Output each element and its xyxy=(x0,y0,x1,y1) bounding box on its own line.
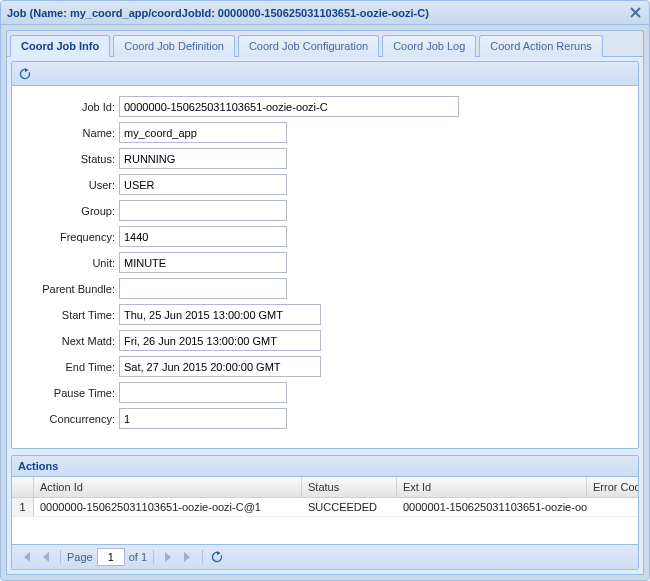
label-job-id: Job Id: xyxy=(24,101,119,113)
label-name: Name: xyxy=(24,127,119,139)
field-concurrency[interactable] xyxy=(119,408,287,429)
field-name[interactable] xyxy=(119,122,287,143)
label-frequency: Frequency: xyxy=(24,231,119,243)
field-group[interactable] xyxy=(119,200,287,221)
actions-grid: Action Id Status Ext Id Error Code 1 000… xyxy=(12,477,638,544)
next-page-icon[interactable] xyxy=(160,549,176,565)
label-pause-time: Pause Time: xyxy=(24,387,119,399)
field-parent-bundle[interactable] xyxy=(119,278,287,299)
page-of-label: of 1 xyxy=(129,551,147,563)
field-frequency[interactable] xyxy=(119,226,287,247)
first-page-icon[interactable] xyxy=(18,549,34,565)
field-pause-time[interactable] xyxy=(119,382,287,403)
separator xyxy=(202,550,203,564)
grid-body: 1 0000000-150625031103651-oozie-oozi-C@1… xyxy=(12,498,638,544)
form-body: Job Id: Name: Status: User: Group: Frequ… xyxy=(12,86,638,448)
separator xyxy=(153,550,154,564)
field-user[interactable] xyxy=(119,174,287,195)
col-status[interactable]: Status xyxy=(302,477,397,497)
paging-refresh-icon[interactable] xyxy=(209,549,225,565)
tabstrip: Coord Job Info Coord Job Definition Coor… xyxy=(6,30,644,56)
page-label: Page xyxy=(67,551,93,563)
field-job-id[interactable] xyxy=(119,96,459,117)
col-error-code[interactable]: Error Code xyxy=(587,477,638,497)
form-panel: Job Id: Name: Status: User: Group: Frequ… xyxy=(11,61,639,449)
tab-coord-job-definition[interactable]: Coord Job Definition xyxy=(113,35,235,57)
col-action-id[interactable]: Action Id xyxy=(34,477,302,497)
titlebar: Job (Name: my_coord_app/coordJobId: 0000… xyxy=(1,1,649,25)
grid-header: Action Id Status Ext Id Error Code xyxy=(12,477,638,498)
label-user: User: xyxy=(24,179,119,191)
table-row[interactable]: 1 0000000-150625031103651-oozie-oozi-C@1… xyxy=(12,498,638,517)
cell-ext-id: 0000001-150625031103651-oozie-oozi-W xyxy=(397,498,587,516)
close-icon[interactable] xyxy=(628,5,643,20)
tab-coord-job-info[interactable]: Coord Job Info xyxy=(10,35,110,57)
label-concurrency: Concurrency: xyxy=(24,413,119,425)
refresh-icon[interactable] xyxy=(17,66,33,82)
field-unit[interactable] xyxy=(119,252,287,273)
label-status: Status: xyxy=(24,153,119,165)
label-parent-bundle: Parent Bundle: xyxy=(24,283,119,295)
label-group: Group: xyxy=(24,205,119,217)
label-next-matd: Next Matd: xyxy=(24,335,119,347)
field-status[interactable] xyxy=(119,148,287,169)
last-page-icon[interactable] xyxy=(180,549,196,565)
actions-header: Actions xyxy=(12,456,638,477)
label-start-time: Start Time: xyxy=(24,309,119,321)
field-start-time[interactable] xyxy=(119,304,321,325)
label-end-time: End Time: xyxy=(24,361,119,373)
tab-coord-job-configuration[interactable]: Coord Job Configuration xyxy=(238,35,379,57)
cell-rownum: 1 xyxy=(12,498,34,516)
cell-status: SUCCEEDED xyxy=(302,498,397,516)
field-end-time[interactable] xyxy=(119,356,321,377)
tabpanel: Job Id: Name: Status: User: Group: Frequ… xyxy=(6,56,644,575)
job-window: Job (Name: my_coord_app/coordJobId: 0000… xyxy=(0,0,650,581)
separator xyxy=(60,550,61,564)
actions-panel: Actions Action Id Status Ext Id Error Co… xyxy=(11,455,639,570)
tab-coord-job-log[interactable]: Coord Job Log xyxy=(382,35,476,57)
cell-error-code xyxy=(587,498,638,516)
cell-action-id: 0000000-150625031103651-oozie-oozi-C@1 xyxy=(34,498,302,516)
prev-page-icon[interactable] xyxy=(38,549,54,565)
form-toolbar xyxy=(12,62,638,86)
col-ext-id[interactable]: Ext Id xyxy=(397,477,587,497)
window-body: Coord Job Info Coord Job Definition Coor… xyxy=(1,25,649,580)
field-next-matd[interactable] xyxy=(119,330,321,351)
label-unit: Unit: xyxy=(24,257,119,269)
col-rownum[interactable] xyxy=(12,477,34,497)
window-title: Job (Name: my_coord_app/coordJobId: 0000… xyxy=(7,7,429,19)
tab-coord-action-reruns[interactable]: Coord Action Reruns xyxy=(479,35,603,57)
paging-toolbar: Page of 1 xyxy=(12,544,638,569)
page-input[interactable] xyxy=(97,548,125,566)
